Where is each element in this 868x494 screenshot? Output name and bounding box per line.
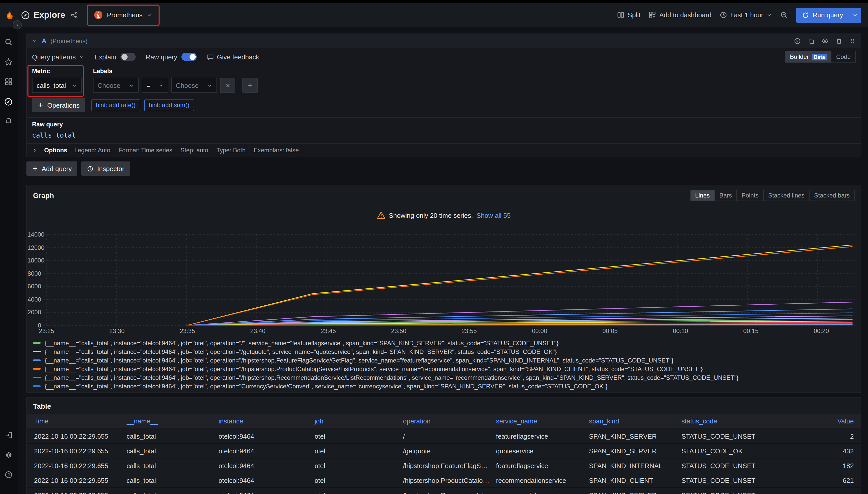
- column-header-job[interactable]: job: [314, 417, 403, 425]
- sidebar-item-settings[interactable]: [2, 448, 15, 461]
- x-axis-label: 00:20: [810, 327, 832, 335]
- gear-icon: [4, 451, 13, 459]
- graph-mode-stacked-lines[interactable]: Stacked lines: [763, 190, 809, 201]
- query-hint-1[interactable]: hint: add sum(): [144, 99, 194, 111]
- code-mode-button[interactable]: Code: [832, 51, 855, 62]
- table-cell: STATUS_CODE_UNSET: [682, 491, 774, 494]
- collapse-chevron-icon[interactable]: [32, 38, 38, 44]
- query-patterns-dropdown[interactable]: Query patterns: [32, 53, 84, 61]
- table-cell: 2022-10-16 00:22:29.655: [34, 447, 127, 455]
- table-cell: featureflagservice: [496, 462, 589, 469]
- legend-series-color: [33, 385, 41, 387]
- graph-mode-points[interactable]: Points: [736, 190, 763, 201]
- sidebar-item-sign-in[interactable]: [2, 429, 15, 442]
- table-panel: Table Time__name__instancejoboperationse…: [26, 397, 862, 494]
- sidebar-item-help[interactable]: ?: [2, 468, 15, 481]
- legend-item[interactable]: {__name__="calls_total", instance="otelc…: [33, 356, 861, 364]
- query-datasource-hint: (Prometheus): [51, 37, 87, 44]
- legend-item[interactable]: {__name__="calls_total", instance="otelc…: [33, 347, 861, 356]
- table-cell: otel: [314, 462, 403, 469]
- graph-mode-lines[interactable]: Lines: [691, 190, 714, 201]
- chevron-right-icon: [32, 148, 37, 153]
- raw-query-toggle[interactable]: [181, 53, 197, 61]
- column-header-value[interactable]: Value: [774, 417, 854, 425]
- legend-series-label: {__name__="calls_total", instance="otelc…: [45, 357, 674, 364]
- column-header-span_kind[interactable]: span_kind: [589, 417, 682, 425]
- share-icon[interactable]: [71, 12, 78, 19]
- chevron-down-icon: [158, 82, 164, 88]
- label-operator-select[interactable]: =: [142, 78, 168, 93]
- zoom-out-button[interactable]: [780, 7, 788, 23]
- x-axis-label: 23:45: [317, 327, 340, 335]
- sidebar-item-search[interactable]: [2, 36, 15, 49]
- datasource-picker[interactable]: Prometheus: [91, 7, 156, 23]
- add-to-dashboard-button[interactable]: Add to dashboard: [649, 7, 711, 23]
- query-help-icon[interactable]: ?: [794, 37, 801, 44]
- show-all-series-link[interactable]: Show all 55: [476, 211, 510, 219]
- inspector-button[interactable]: Inspector: [82, 162, 130, 176]
- star-icon: [4, 58, 13, 66]
- plus-icon: [38, 102, 44, 108]
- explain-toggle[interactable]: [120, 53, 135, 61]
- legend-item[interactable]: {__name__="calls_total", instance="otelc…: [33, 373, 861, 382]
- legend-item[interactable]: {__name__="calls_total", instance="otelc…: [33, 364, 861, 373]
- column-header-__name__[interactable]: __name__: [127, 417, 218, 425]
- column-header-operation[interactable]: operation: [403, 417, 496, 425]
- sidebar-expand-button[interactable]: ›: [13, 20, 22, 30]
- table-header-row: Time__name__instancejoboperationservice_…: [27, 414, 861, 429]
- remove-label-filter-button[interactable]: [220, 78, 235, 93]
- table-cell: STATUS_CODE_UNSET: [682, 462, 774, 469]
- label-value-placeholder: Choose: [176, 81, 199, 89]
- x-axis-label: 00:00: [528, 327, 551, 335]
- graph-mode-stacked-bars[interactable]: Stacked bars: [809, 190, 854, 201]
- x-axis-label: 23:50: [387, 327, 410, 335]
- toolbar-right-group: Split Add to dashboard Last 1 hour Run q…: [617, 7, 861, 23]
- disable-query-eye-icon[interactable]: [821, 37, 829, 45]
- column-header-time[interactable]: Time: [34, 417, 127, 425]
- column-header-service_name[interactable]: service_name: [496, 417, 589, 425]
- legend-item[interactable]: {__name__="calls_total", instance="otelc…: [33, 391, 861, 393]
- query-options-row[interactable]: Options Legend: AutoFormat: Time seriesS…: [27, 143, 861, 157]
- label-value-select[interactable]: Choose: [171, 78, 217, 93]
- table-cell: 2022-10-16 00:22:29.655: [34, 432, 127, 440]
- metric-select[interactable]: calls_total: [32, 78, 82, 93]
- column-header-instance[interactable]: instance: [218, 417, 314, 425]
- graph-title: Graph: [33, 191, 54, 200]
- add-operation-button[interactable]: Operations: [32, 98, 85, 112]
- remove-query-trash-icon[interactable]: [835, 37, 843, 44]
- table-cell: SPAN_KIND_INTERNAL: [589, 462, 682, 469]
- sidebar-item-explore[interactable]: [2, 95, 15, 108]
- time-series-chart[interactable]: [28, 228, 861, 337]
- plus-icon: [247, 82, 253, 88]
- query-hint-0[interactable]: hint: add rate(): [91, 99, 140, 111]
- chevron-down-icon: [207, 82, 213, 88]
- run-query-button[interactable]: Run query: [796, 7, 849, 23]
- run-query-split-button: Run query: [796, 7, 861, 23]
- column-header-status_code[interactable]: status_code: [682, 417, 774, 425]
- give-feedback-button[interactable]: Give feedback: [207, 53, 259, 61]
- table-cell: otelcol:9464: [218, 491, 314, 494]
- run-query-dropdown[interactable]: [849, 7, 861, 23]
- sidebar-item-alerting[interactable]: [2, 115, 15, 128]
- label-key-select[interactable]: Choose: [93, 78, 139, 93]
- series-limit-warning: Showing only 20 time series. Show all 55: [27, 209, 861, 222]
- graph-mode-bars[interactable]: Bars: [714, 190, 736, 201]
- graph-panel-header: Graph LinesBarsPointsStacked linesStacke…: [27, 185, 861, 205]
- builder-mode-button[interactable]: Builder Beta: [785, 51, 832, 62]
- legend-item[interactable]: {__name__="calls_total", instance="otelc…: [33, 339, 861, 347]
- add-query-button[interactable]: Add query: [26, 162, 77, 176]
- explore-header: Explore: [21, 10, 78, 20]
- add-label-filter-button[interactable]: [242, 78, 258, 93]
- drag-handle-icon[interactable]: [849, 38, 856, 44]
- split-button[interactable]: Split: [617, 7, 640, 23]
- query-row-header[interactable]: A (Prometheus) ?: [27, 34, 861, 48]
- time-range-picker[interactable]: Last 1 hour: [720, 7, 772, 23]
- legend-item[interactable]: {__name__="calls_total", instance="otelc…: [33, 382, 861, 391]
- sidebar-item-starred[interactable]: [2, 55, 15, 69]
- apps-plus-icon: [649, 11, 656, 19]
- sign-in-icon: [4, 431, 13, 439]
- duplicate-query-icon[interactable]: [808, 37, 815, 44]
- code-label: Code: [836, 53, 851, 60]
- sidebar-item-dashboards[interactable]: [2, 75, 15, 88]
- explain-toggle-group: Explain: [94, 53, 135, 61]
